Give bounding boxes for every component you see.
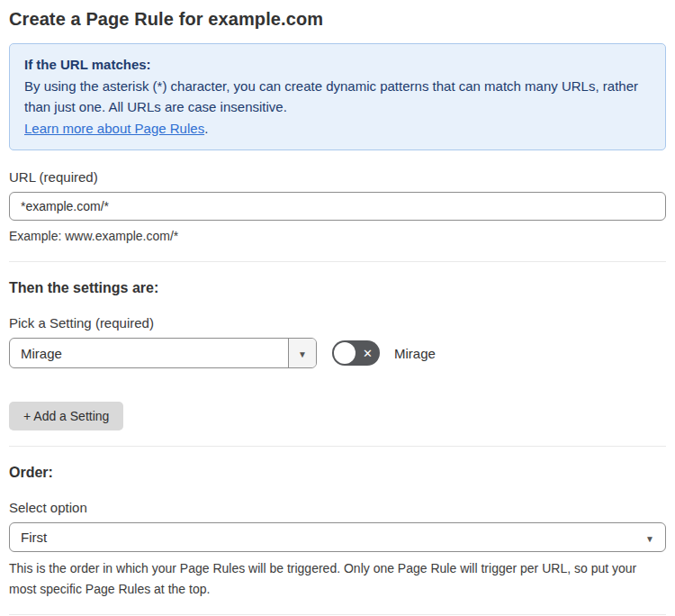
order-select-value: First bbox=[21, 530, 645, 545]
order-helper-text: This is the order in which your Page Rul… bbox=[9, 558, 657, 599]
toggle-off-x-icon bbox=[363, 348, 373, 359]
info-box-link-row: Learn more about Page Rules. bbox=[24, 118, 651, 140]
divider bbox=[9, 446, 666, 447]
divider bbox=[9, 614, 666, 615]
url-field-label: URL (required) bbox=[9, 169, 666, 185]
url-example-helper: Example: www.example.com/* bbox=[9, 227, 666, 246]
setting-dropdown-arrow-button[interactable] bbox=[288, 339, 316, 367]
mirage-toggle[interactable] bbox=[332, 340, 380, 366]
url-input[interactable] bbox=[9, 192, 666, 221]
url-match-info-box: If the URL matches: By using the asteris… bbox=[9, 43, 666, 150]
mirage-toggle-label: Mirage bbox=[394, 346, 436, 361]
order-section-heading: Order: bbox=[9, 465, 666, 481]
toggle-knob bbox=[334, 342, 356, 364]
order-select[interactable]: First bbox=[9, 522, 666, 552]
chevron-down-icon bbox=[645, 530, 654, 545]
info-box-body: By using the asterisk (*) character, you… bbox=[24, 76, 651, 118]
pick-setting-label: Pick a Setting (required) bbox=[9, 315, 666, 331]
setting-dropdown-value: Mirage bbox=[10, 339, 288, 367]
order-select-label: Select option bbox=[9, 500, 666, 515]
divider bbox=[9, 261, 666, 262]
setting-dropdown[interactable]: Mirage bbox=[9, 338, 317, 368]
setting-picker-row: Mirage Mirage bbox=[9, 338, 666, 368]
settings-section-heading: Then the settings are: bbox=[9, 280, 666, 296]
link-suffix: . bbox=[204, 121, 208, 136]
chevron-down-icon bbox=[298, 345, 307, 361]
info-box-heading: If the URL matches: bbox=[24, 54, 651, 76]
learn-more-link[interactable]: Learn more about Page Rules bbox=[24, 121, 204, 136]
page-title: Create a Page Rule for example.com bbox=[9, 9, 666, 30]
add-setting-button[interactable]: + Add a Setting bbox=[9, 402, 123, 430]
